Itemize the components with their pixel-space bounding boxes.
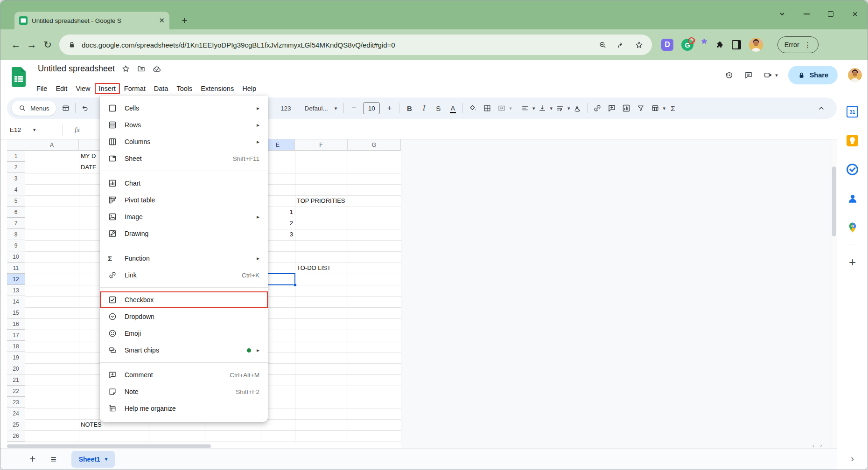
version-history-icon[interactable]: [724, 70, 734, 80]
number-format-button[interactable]: 123: [277, 105, 295, 112]
strikethrough-icon[interactable]: S: [431, 101, 445, 115]
menu-item-image[interactable]: Image▸: [100, 208, 268, 225]
search-menus-button[interactable]: Menus: [12, 101, 56, 116]
extension-d-icon[interactable]: D: [661, 39, 673, 51]
row-header-2[interactable]: 2: [7, 162, 25, 173]
meet-button[interactable]: ▾: [763, 70, 778, 80]
table-views-icon[interactable]: [648, 101, 662, 115]
menu-item-chart[interactable]: Chart: [100, 175, 268, 192]
insert-link-icon[interactable]: [590, 101, 604, 115]
google-maps-icon[interactable]: [847, 222, 858, 233]
horizontal-scrollbar-thumb[interactable]: [7, 444, 211, 448]
row-header-11[interactable]: 11: [7, 263, 25, 274]
row-header-15[interactable]: 15: [7, 307, 25, 318]
collapse-toolbar-icon[interactable]: [814, 101, 828, 115]
google-tasks-icon[interactable]: [847, 164, 858, 175]
extensions-puzzle-icon[interactable]: [715, 41, 724, 49]
row-header-19[interactable]: 19: [7, 352, 25, 363]
row-header-12[interactable]: 12: [7, 274, 25, 285]
maximize-button[interactable]: [825, 8, 837, 20]
get-addons-button[interactable]: +: [849, 255, 856, 270]
row-header-5[interactable]: 5: [7, 195, 25, 207]
row-header-3[interactable]: 3: [7, 173, 25, 184]
row-header-1[interactable]: 1: [7, 151, 25, 162]
share-button[interactable]: Share: [788, 66, 838, 84]
name-box[interactable]: E12 ▾: [0, 126, 62, 133]
menubar-item-file[interactable]: File: [32, 83, 51, 94]
increase-font-icon[interactable]: +: [382, 101, 396, 115]
menu-item-pivot-table[interactable]: Pivot table: [100, 192, 268, 208]
text-rotate-icon[interactable]: [570, 101, 584, 115]
all-sheets-icon[interactable]: ≡: [50, 454, 56, 465]
row-header-4[interactable]: 4: [7, 184, 25, 195]
row-header-23[interactable]: 23: [7, 397, 25, 408]
font-selector[interactable]: Defaul... ▾: [301, 105, 341, 112]
menubar-item-view[interactable]: View: [71, 83, 94, 94]
insert-comment-icon[interactable]: [605, 101, 619, 115]
sheets-logo[interactable]: [11, 67, 27, 87]
forward-button[interactable]: →: [24, 37, 40, 53]
menu-item-cells[interactable]: Cells▸: [100, 100, 268, 117]
menu-item-sheet[interactable]: SheetShift+F11: [100, 150, 268, 167]
row-header-8[interactable]: 8: [7, 229, 25, 240]
menu-item-rows[interactable]: Rows▸: [100, 117, 268, 133]
row-header-7[interactable]: 7: [7, 218, 25, 229]
google-calendar-icon[interactable]: 31: [847, 106, 858, 118]
browser-menu-dots-icon[interactable]: ⋮: [804, 41, 812, 49]
menu-item-columns[interactable]: Columns▸: [100, 133, 268, 150]
url-bar[interactable]: docs.google.com/spreadsheets/d/1Kn1EEIyo…: [59, 35, 652, 55]
menu-item-comment[interactable]: CommentCtrl+Alt+M: [100, 366, 268, 383]
insert-chart-icon[interactable]: [619, 101, 633, 115]
close-button[interactable]: ×: [849, 8, 861, 20]
fill-color-icon[interactable]: [466, 101, 480, 115]
menubar-item-tools[interactable]: Tools: [172, 83, 196, 94]
menu-item-help-me-organize[interactable]: Help me organize: [100, 400, 268, 417]
document-title[interactable]: Untitled spreadsheet: [38, 64, 115, 74]
borders-icon[interactable]: [480, 101, 494, 115]
table-insert-icon[interactable]: [59, 101, 73, 115]
tab-close-icon[interactable]: ✕: [159, 16, 165, 25]
vertical-align-icon[interactable]: [535, 101, 549, 115]
row-header-26[interactable]: 26: [7, 430, 25, 442]
account-avatar[interactable]: [848, 68, 862, 82]
menu-item-emoji[interactable]: Emoji: [100, 325, 268, 342]
column-header-G[interactable]: G: [348, 139, 401, 151]
row-header-21[interactable]: 21: [7, 374, 25, 386]
back-button[interactable]: ←: [8, 37, 24, 53]
selection-fill-handle[interactable]: [293, 283, 297, 287]
menu-item-note[interactable]: NoteShift+F2: [100, 383, 268, 400]
column-header-A[interactable]: A: [25, 139, 79, 151]
new-tab-button[interactable]: +: [182, 14, 188, 27]
comment-history-icon[interactable]: [744, 70, 753, 80]
font-size-field[interactable]: 10: [363, 102, 380, 114]
move-folder-icon[interactable]: [137, 64, 146, 73]
menubar-item-extensions[interactable]: Extensions: [196, 83, 238, 94]
row-header-16[interactable]: 16: [7, 318, 25, 330]
text-wrap-icon[interactable]: [553, 101, 567, 115]
row-header-14[interactable]: 14: [7, 296, 25, 307]
row-header-10[interactable]: 10: [7, 251, 25, 263]
menubar-item-insert[interactable]: Insert: [95, 83, 120, 94]
hide-side-panel-icon[interactable]: ›: [837, 453, 868, 464]
menu-item-checkbox[interactable]: Checkbox: [100, 291, 268, 308]
side-panel-icon[interactable]: [732, 40, 741, 49]
browser-profile-avatar[interactable]: [749, 38, 763, 52]
menu-item-smart-chips[interactable]: Smart chips▸: [100, 342, 268, 359]
text-color-icon[interactable]: A: [446, 101, 460, 115]
menubar-item-help[interactable]: Help: [238, 83, 260, 94]
row-header-9[interactable]: 9: [7, 240, 25, 251]
decrease-font-icon[interactable]: −: [347, 101, 361, 115]
italic-icon[interactable]: I: [417, 101, 431, 115]
bold-icon[interactable]: B: [402, 101, 416, 115]
row-header-25[interactable]: 25: [7, 419, 25, 430]
sheet-tab-active[interactable]: Sheet1 ▾: [71, 451, 115, 468]
tab-search-chevron-icon[interactable]: [776, 8, 788, 20]
extension-asterisk-icon[interactable]: *: [701, 39, 707, 50]
row-header-24[interactable]: 24: [7, 408, 25, 419]
zoom-out-icon[interactable]: [598, 41, 607, 49]
row-header-20[interactable]: 20: [7, 363, 25, 374]
menu-item-dropdown[interactable]: Dropdown: [100, 308, 268, 325]
vertical-scrollbar-thumb[interactable]: [832, 166, 836, 236]
star-document-icon[interactable]: [121, 64, 130, 73]
menu-item-function[interactable]: ΣFunction▸: [100, 250, 268, 267]
